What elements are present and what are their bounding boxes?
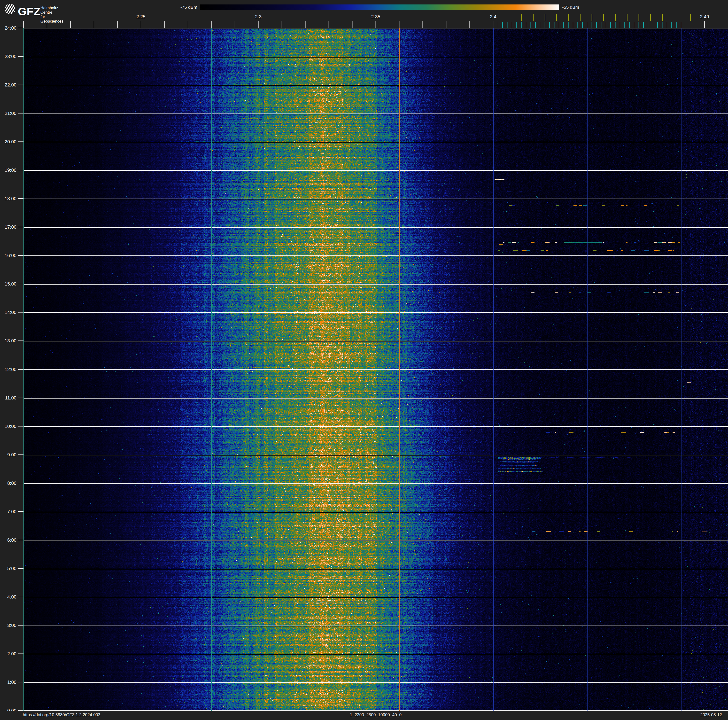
wifi-channel-tick [650, 14, 651, 21]
hour-label: 15:00 [0, 281, 17, 287]
ble-channel-tick [671, 22, 672, 28]
wifi-channel-tick [615, 14, 616, 21]
hour-tick [18, 483, 23, 483]
freq-tick [399, 21, 399, 28]
ble-channel-tick [629, 22, 630, 28]
hour-tick [18, 682, 23, 682]
ble-channel-tick [610, 22, 611, 28]
ble-channel-tick [634, 22, 634, 28]
hour-label: 19:00 [0, 167, 17, 173]
hour-tick [18, 625, 23, 625]
ble-channel-tick [516, 22, 517, 28]
freq-tick [470, 21, 470, 28]
hour-tick [18, 568, 23, 569]
hour-label: 1:00 [0, 679, 17, 685]
freq-tick [376, 21, 376, 28]
logo-subtitle-line2: for Geosciences [40, 15, 63, 23]
hour-tick [18, 56, 23, 57]
hour-label: 4:00 [0, 594, 17, 600]
ble-channel-tick [592, 22, 592, 28]
wifi-channel-tick [544, 14, 545, 21]
freq-tick [329, 21, 329, 28]
hour-tick [18, 113, 23, 113]
wifi-channel-tick [521, 14, 522, 21]
ble-channel-tick [512, 22, 512, 28]
hour-tick [18, 340, 23, 341]
hour-label: 12:00 [0, 366, 17, 372]
wifi-channel-tick [627, 14, 627, 21]
freq-tick [281, 21, 282, 28]
ble-channel-tick [639, 22, 639, 28]
logo-subtitle: Helmholtz Centre for Geosciences [40, 6, 63, 23]
freq-tick [141, 21, 141, 28]
freq-tick-label: 2.3 [248, 14, 269, 19]
hour-label: 8:00 [0, 480, 17, 486]
ble-channel-tick [568, 22, 569, 28]
ble-channel-tick [563, 22, 564, 28]
freq-tick [422, 21, 423, 28]
freq-tick [704, 21, 705, 28]
ble-channel-tick [507, 22, 508, 28]
freq-tick [164, 21, 165, 28]
freq-tick [305, 21, 306, 28]
hour-label: 6:00 [0, 537, 17, 543]
ble-channel-tick [554, 22, 554, 28]
ble-channel-tick [531, 22, 531, 28]
hour-label: 9:00 [0, 452, 17, 458]
hour-label: 20:00 [0, 139, 17, 144]
wifi-channel-tick [592, 14, 592, 21]
hour-tick [18, 170, 23, 170]
hour-label: 2:00 [0, 651, 17, 657]
hour-tick [18, 255, 23, 256]
hour-tick [18, 597, 23, 597]
ble-channel-tick [601, 22, 601, 28]
freq-tick [493, 21, 493, 28]
ble-channel-tick [606, 22, 606, 28]
ble-channel-tick [615, 22, 615, 28]
hour-tick [18, 283, 23, 284]
freq-tick [352, 21, 352, 28]
spectrogram-plot-area [23, 28, 728, 711]
hour-label: 22:00 [0, 82, 17, 88]
hour-tick [18, 84, 23, 85]
ble-channel-tick [559, 22, 559, 28]
hour-tick [18, 710, 23, 711]
ble-channel-tick [502, 22, 503, 28]
ble-channel-tick [667, 22, 667, 28]
ble-channel-tick [587, 22, 587, 28]
header-bar: GFZ Helmholtz Centre for Geosciences -75… [0, 0, 728, 14]
hour-label: 16:00 [0, 253, 17, 258]
ble-channel-tick [535, 22, 536, 28]
hour-tick [18, 426, 23, 426]
hour-tick [18, 540, 23, 540]
freq-tick [70, 21, 71, 28]
freq-tick-label: 2.25 [130, 14, 151, 19]
ble-channel-tick [653, 22, 653, 28]
colorbar-max-label: -55 dBm [562, 5, 600, 10]
ble-channel-tick [620, 22, 620, 28]
hour-label: 13:00 [0, 338, 17, 343]
hour-label: 21:00 [0, 110, 17, 116]
freq-tick-label: 2.4 [483, 14, 504, 19]
ble-channel-tick [596, 22, 597, 28]
hour-tick [18, 654, 23, 654]
spectrogram-canvas [23, 28, 728, 711]
hour-label: 14:00 [0, 309, 17, 315]
hour-label: 3:00 [0, 622, 17, 628]
freq-tick [23, 21, 24, 28]
gfz-logo-icon [5, 3, 16, 15]
freq-tick [47, 21, 47, 28]
freq-tick [94, 21, 94, 28]
ble-channel-tick [657, 22, 658, 28]
freq-tick-label: 2.49 [694, 14, 715, 19]
hour-tick [18, 511, 23, 512]
freq-tick [117, 21, 118, 28]
ble-channel-tick [498, 22, 498, 28]
dataset-id-label: 1_2200_2500_10000_40_0 [23, 712, 728, 717]
wifi-channel-tick [568, 14, 569, 21]
hour-label: 11:00 [0, 395, 17, 401]
freq-tick [258, 21, 258, 28]
hour-label: 17:00 [0, 224, 17, 230]
ble-channel-tick [648, 22, 648, 28]
wifi-channel-tick [603, 14, 604, 21]
